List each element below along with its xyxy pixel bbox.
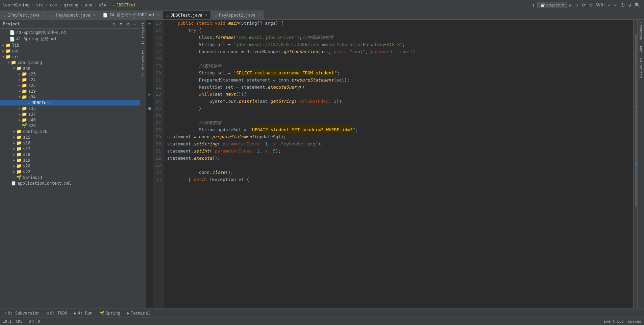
bottom-tab-spring[interactable]: 🌱 Spring [97,310,123,316]
tree-item-41spring[interactable]: 📄 41-Spring 总结.md [0,36,140,42]
tree-item-40spring[interactable]: 📄 40-Spring的测试用例.md [0,29,140,36]
nav-back-icon[interactable]: ↑ [531,2,536,8]
side-tab-structure[interactable]: 2: Structure [140,47,146,79]
tree-item-s40[interactable]: ▶ 📁 s40 [0,117,140,123]
tree-item-s23[interactable]: ▶ 📁 s23 [0,71,140,77]
run-arrow-13[interactable]: ▶ [146,20,153,27]
tree-label-s40: s40 [28,118,36,122]
status-encoding[interactable]: UTF-8 [29,319,40,324]
code-line-23: while(set.next()){ [167,91,630,98]
xml-icon-appcontext: 📋 [11,181,16,186]
tree-label-s25: s25 [28,83,36,88]
tree-item-lib[interactable]: ▶ 📁 lib [0,42,140,48]
profile-icon[interactable]: ⟳ [588,2,594,8]
tree-item-src[interactable]: ▼ 📁 src [0,54,140,60]
status-crlf[interactable]: CRLF [16,319,25,324]
status-spaces[interactable]: spaces [628,319,641,324]
tree-item-s34[interactable]: ▼ 📁 s34 [0,94,140,100]
debug-icon[interactable]: ⚡ [574,2,579,8]
tree-item-s37[interactable]: ▶ 📁 s37 [0,111,140,117]
status-event-log[interactable]: Event Log [604,319,624,324]
tree-item-s18[interactable]: ▶ 📁 s18 [0,152,140,157]
folder-icon-ann: 📁 [16,66,22,71]
svn-check2-icon[interactable]: ✓ [613,2,618,8]
side-tab-project[interactable]: 1: Project [140,20,146,47]
tab-close-payaspect2java[interactable]: × [258,13,261,17]
coverage-icon[interactable]: ⟳ [581,2,587,8]
tree-item-out[interactable]: ▶ 📁 out [0,48,140,54]
tree-item-s16[interactable]: ▶ 📁 s16 [0,140,140,146]
tree-item-jdbctest[interactable]: ☕ JDBCTest [0,100,140,106]
tab-close-ipaytestjava[interactable]: × [42,13,45,17]
panel-minimize-icon[interactable]: − [132,21,137,27]
tab-label-ipaytestjava: IPayTest.java [8,13,40,18]
right-tab-ant[interactable]: Ant [638,43,644,55]
svn-check-icon[interactable]: ✓ [607,2,612,8]
code-line-19: //查询操作 [167,62,630,69]
tree-arrow-s17: ▶ [12,147,16,150]
project-panel: Project ⊕ ≡ ⚙ − 📄 40-Spring的测试用例.md 📄 41… [0,20,140,308]
svn-undo-icon[interactable]: ↺ [627,2,632,8]
tree-item-appcontext[interactable]: 📋 applicationContext.xml [0,180,140,186]
folder-icon-s37: 📁 [22,112,27,117]
tree-item-s24[interactable]: ▶ 📁 s24 [0,77,140,83]
todo-label: 6: TODO [50,311,67,316]
code-line-24: System.out.println(set.getString( column… [167,98,630,105]
tree-item-s25[interactable]: ▶ 📁 s25 [0,83,140,88]
tree-item-s29[interactable]: ▶ 📁 s29 [0,88,140,94]
tree-item-configs26[interactable]: ▶ 📁 config.s26 [0,129,140,134]
tab-ipaytestjava[interactable]: ☕ IPayTest.java × [0,10,48,19]
tab-payaspectjava[interactable]: ☕ PayAspect.java × [48,10,99,19]
panel-locate-icon[interactable]: ⊕ [112,21,116,27]
panel-collapse-icon[interactable]: ≡ [119,21,123,27]
breadcrumb-s34[interactable]: s34 [99,3,106,7]
tree-item-s20[interactable]: ▶ 📁 s20 [0,163,140,169]
tree-item-s26[interactable]: 🌱 S26 [0,123,140,129]
tab-label-payaspect2java: PayAspect2.java [219,13,255,18]
code-content[interactable]: public static void main(String[] args) {… [164,20,633,308]
breadcrumb-qicong[interactable]: qicong [64,3,78,7]
right-tab-favorites[interactable]: Favorites [638,55,644,81]
tree-item-s35[interactable]: ▶ 📁 s35 [0,106,140,111]
tree-item-ann[interactable]: ▼ 📁 ann [0,65,140,71]
linenum-30: 30 [156,140,161,147]
breadcrumb-src[interactable]: src [36,3,44,7]
tree-item-s17[interactable]: ▶ 📁 s17 [0,146,140,152]
sep6: › [108,3,110,7]
code-area[interactable]: ▶ ▶ [146,20,633,308]
panel-settings-icon[interactable]: ⚙ [125,21,130,27]
run-config-button[interactable]: ☕ IPayTest ▾ [537,2,567,8]
gutter-empty-31 [146,147,153,155]
tree-arrow-s15: ▶ [12,135,16,139]
tab-close-jdbcmd[interactable]: × [157,13,159,17]
search-icon[interactable]: 🔍 [634,2,641,8]
tree-item-s19[interactable]: ▶ 📁 s19 [0,157,140,163]
breadcrumb-ann[interactable]: ann [85,3,92,7]
gutter-empty-21 [146,76,153,84]
tab-payaspect2java[interactable]: ☕ PayAspect2.java × [211,10,264,19]
tab-close-jdbctestjava[interactable]: × [205,13,207,17]
panel-title: Project [3,22,109,26]
scrollbar-track[interactable] [633,20,637,308]
right-tab-database[interactable]: Database [638,20,644,43]
status-position[interactable]: 18:1 [3,319,12,324]
run-icon[interactable]: ▶ [568,2,573,8]
svn-clock-icon[interactable]: ⏱ [619,2,626,8]
breadcrumb-learnspring[interactable]: learnSpring [3,3,29,7]
tree-item-spring11[interactable]: 🌱 Spring11 [0,175,140,180]
breadcrumb-com[interactable]: com [50,3,57,7]
bottom-tab-terminal[interactable]: ▶ Terminal [124,310,153,316]
tree-arrow-out: ▶ [1,49,5,53]
tree-item-comqicong[interactable]: ▼ 📁 com.qicong [0,60,140,65]
file-icon-md: 📄 [9,30,15,35]
tab-jdbcmd[interactable]: 📄 34-自己写一个JDBC.md × [99,10,163,19]
linenum-27: 27 [156,119,161,126]
tree-item-s15[interactable]: ▶ 📁 s15 [0,134,140,140]
tree-item-s22[interactable]: ▶ 📁 s22 [0,169,140,175]
bottom-tab-todo[interactable]: ☑ 6: TODO [44,310,70,316]
bottom-tab-subversion[interactable]: ↕ 9: Subversion [1,310,42,316]
run-arrow-23[interactable]: ▶ [146,91,153,98]
tab-close-payaspectjava[interactable]: × [93,13,95,17]
bottom-tab-run[interactable]: ▶ 4: Run [71,310,95,316]
tab-jdbctestjava[interactable]: ☕ JDBCTest.java × [163,10,211,19]
